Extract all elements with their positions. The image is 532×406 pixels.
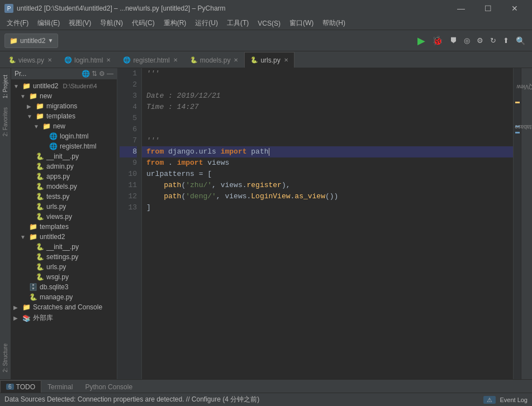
structure-tab[interactable]: 2: Structure [1, 339, 10, 377]
run-button[interactable]: ▶ [415, 34, 428, 48]
tab-register-html-close[interactable]: ✕ [173, 57, 178, 63]
tab-views-py[interactable]: 🐍 views.py ✕ [2, 52, 58, 68]
sidebar-gear-icon[interactable]: ⚙ [99, 70, 105, 78]
tab-models-py[interactable]: 🐍 models.py ✕ [184, 52, 245, 68]
code-content[interactable]: ''' Date : 2019/12/21 Time : 14:27 [142, 68, 513, 379]
close-button[interactable]: ✕ [502, 0, 528, 17]
menu-window[interactable]: 窗口(W) [285, 17, 318, 30]
tree-item-urls-u2[interactable]: 🐍 urls.py [11, 262, 117, 272]
code-line-13: ] [146, 202, 509, 213]
fn-path-12: path [164, 191, 181, 202]
tab-register-html[interactable]: 🌐 register.html ✕ [117, 52, 183, 68]
eq-10: = [199, 169, 203, 180]
sqview-tab[interactable]: SQView [512, 83, 532, 91]
minimize-button[interactable]: — [448, 0, 474, 17]
py-icon-apps: 🐍 [36, 173, 44, 180]
todo-count: 6 [6, 384, 14, 390]
tree-item-admin[interactable]: 🐍 admin.py [11, 161, 117, 171]
tree-item-new[interactable]: ▼ 📁 new [11, 91, 117, 101]
bottom-tab-terminal[interactable]: Terminal [41, 380, 79, 393]
tree-item-untitled2-sub[interactable]: ▼ 📁 untitled2 [11, 232, 117, 242]
menu-file[interactable]: 文件(F) [2, 17, 33, 30]
tree-item-wsgi[interactable]: 🐍 wsgi.py [11, 272, 117, 282]
line-num-11: 11 [120, 180, 137, 191]
line-num-10: 10 [120, 169, 137, 180]
sidebar-globe-icon[interactable]: 🌐 [82, 70, 90, 78]
tree-item-external[interactable]: ▶ 📚 外部库 [11, 312, 117, 324]
sidebar-sync-icon[interactable]: ⇅ [92, 70, 97, 78]
fn-asview-12: as_view [294, 191, 325, 202]
fn-loginview-12: LoginView [251, 191, 290, 202]
tree-item-manage[interactable]: 🐍 manage.py [11, 292, 117, 302]
debug-button[interactable]: 🐞 [430, 34, 445, 47]
tree-item-templates-root[interactable]: 📁 templates [11, 222, 117, 232]
tree-item-models[interactable]: 🐍 models.py [11, 181, 117, 192]
menu-run[interactable]: 运行(U) [191, 17, 222, 30]
tree-item-views[interactable]: 🐍 views.py [11, 212, 117, 222]
event-log-badge[interactable]: ⚠ Event Log [483, 396, 528, 404]
tree-item-login-html[interactable]: 🌐 login.html [11, 131, 117, 141]
project-tab[interactable]: 1: Project [1, 70, 10, 103]
tree-item-init[interactable]: 🐍 __init__.py [11, 151, 117, 161]
tab-urls-py[interactable]: 🐍 urls.py ✕ [244, 52, 294, 68]
favorites-tab[interactable]: 2: Favorites [1, 103, 10, 141]
sidebar-minimize-icon[interactable]: — [107, 70, 113, 78]
module-8: django.urls [168, 146, 216, 157]
menu-code[interactable]: 代码(C) [127, 17, 159, 30]
profile-button[interactable]: ◎ [462, 35, 472, 46]
code-line-6 [146, 124, 509, 135]
menu-refactor[interactable]: 重构(R) [159, 17, 191, 30]
menu-navigate[interactable]: 导航(N) [96, 17, 127, 30]
menu-edit[interactable]: 编辑(E) [33, 17, 64, 30]
tree-item-urls-new[interactable]: 🐍 urls.py [11, 202, 117, 212]
update-button[interactable]: ↻ [488, 35, 498, 46]
menu-vcs[interactable]: VCS(S) [253, 17, 285, 30]
code-text-3: Date : 2019/12/21 [146, 90, 221, 102]
title-bar-controls[interactable]: — ☐ ✕ [448, 0, 528, 17]
code-line-1: ''' [146, 68, 509, 79]
build-button[interactable]: ⚙ [474, 35, 486, 46]
tree-item-apps[interactable]: 🐍 apps.py [11, 171, 117, 181]
bottom-tab-todo[interactable]: 6 TODO [0, 380, 41, 393]
git-button[interactable]: ⬆ [501, 35, 511, 46]
tab-urls-py-close[interactable]: ✕ [284, 57, 288, 63]
paren-open-12: ( [181, 191, 186, 202]
tree-item-tests[interactable]: 🐍 tests.py [11, 192, 117, 202]
line-num-3: 3 [120, 90, 137, 102]
tree-item-scratches[interactable]: ▶ 📁 Scratches and Console [11, 302, 117, 312]
tab-models-py-close[interactable]: ✕ [234, 57, 238, 63]
tree-item-register-html[interactable]: 🌐 register.html [11, 141, 117, 151]
project-selector[interactable]: 📁 untitled2 ▼ [4, 34, 58, 48]
coverage-button[interactable]: ⛊ [448, 35, 459, 46]
tree-item-settings[interactable]: 🐍 settings.py [11, 252, 117, 262]
tree-item-init-u2[interactable]: 🐍 __init__.py [11, 242, 117, 252]
tree-label-templates-new: templates [46, 112, 75, 120]
tab-login-html-label: login.html [74, 56, 103, 64]
login-html-icon: 🌐 [64, 56, 72, 64]
html-icon-register: 🌐 [49, 142, 58, 150]
py-icon-settings: 🐍 [36, 253, 44, 261]
editor-area: 1 2 3 4 5 6 7 8 9 10 11 12 13 ''' [117, 68, 521, 379]
tree-item-templates-new[interactable]: ▼ 📁 templates [11, 111, 117, 121]
database-tab[interactable]: Database [510, 123, 532, 131]
tree-item-migrations[interactable]: ▶ 📁 migrations [11, 101, 117, 111]
tree-label-init: __init__.py [46, 152, 79, 160]
menu-view[interactable]: 视图(V) [64, 17, 96, 30]
tab-views-py-close[interactable]: ✕ [48, 57, 52, 63]
indent-11 [146, 180, 164, 191]
search-button[interactable]: 🔍 [514, 35, 528, 46]
menu-tools[interactable]: 工具(T) [222, 17, 253, 30]
code-editor[interactable]: 1 2 3 4 5 6 7 8 9 10 11 12 13 ''' [117, 68, 521, 379]
indent-12 [146, 191, 164, 202]
bottom-tab-python-console[interactable]: Python Console [79, 380, 139, 393]
menu-help[interactable]: 帮助(H) [318, 17, 350, 30]
lib-icon: 📚 [22, 314, 31, 322]
python-console-label: Python Console [85, 383, 132, 391]
tree-item-root[interactable]: ▼ 📁 untitled2 D:\Student\4 [11, 81, 117, 91]
maximize-button[interactable]: ☐ [475, 0, 501, 17]
tree-item-templates-new-sub[interactable]: ▼ 📁 new [11, 121, 117, 131]
tab-login-html-close[interactable]: ✕ [106, 57, 111, 63]
tab-login-html[interactable]: 🌐 login.html ✕ [58, 52, 117, 68]
space-8a [164, 146, 168, 157]
tree-item-db[interactable]: 🗄️ db.sqlite3 [11, 282, 117, 292]
